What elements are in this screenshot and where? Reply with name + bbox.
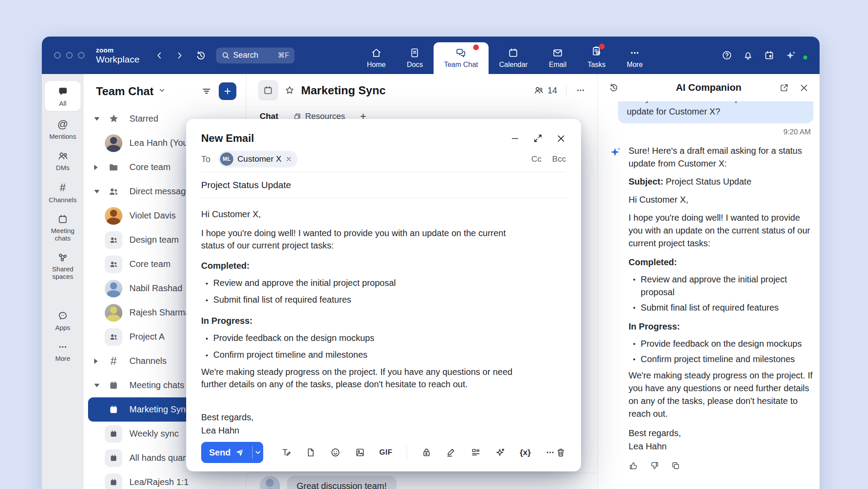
- more-tools-button[interactable]: [545, 447, 555, 458]
- signature-button[interactable]: [446, 447, 456, 458]
- ai-companion-button[interactable]: [785, 49, 797, 62]
- forward-button[interactable]: [175, 51, 184, 60]
- chevron-down-icon[interactable]: [158, 86, 166, 96]
- desktop: zoom Workplace Search ⌘F Home: [0, 0, 868, 489]
- minimize-icon: [510, 133, 520, 143]
- modal-title: New Email: [201, 132, 254, 144]
- member-count-button[interactable]: 14: [533, 85, 557, 96]
- nav-tasks[interactable]: Tasks: [577, 38, 616, 74]
- back-button[interactable]: [154, 51, 164, 60]
- caret-down-icon[interactable]: [94, 190, 99, 193]
- nav-email[interactable]: Email: [538, 40, 577, 74]
- nav-team-chat-label: Team Chat: [444, 61, 478, 69]
- star-filled-icon: [108, 113, 120, 125]
- rail-item-mentions[interactable]: @ Mentions: [45, 118, 81, 140]
- attach-file-button[interactable]: [305, 447, 316, 458]
- caret-down-icon[interactable]: [94, 384, 99, 387]
- ai-completed-heading: Completed:: [629, 256, 813, 269]
- divider: [566, 85, 566, 96]
- more-dots-icon: [545, 447, 555, 458]
- ai-popout-button[interactable]: [779, 83, 789, 93]
- rail-item-channels[interactable]: # Channels: [45, 182, 81, 204]
- insert-image-button[interactable]: [355, 447, 365, 458]
- list-item: Confirm project timeline and milestones: [633, 353, 813, 366]
- rail-item-dms[interactable]: DMs: [45, 150, 81, 171]
- list-item: Provide feedback on the design mockups: [206, 332, 518, 345]
- help-button[interactable]: [721, 50, 732, 61]
- expand-button[interactable]: [533, 133, 543, 143]
- bcc-button[interactable]: Bcc: [552, 154, 566, 164]
- send-options-button[interactable]: [252, 442, 263, 463]
- rail-more-label: More: [55, 355, 70, 362]
- meeting-calendar-icon: [109, 478, 118, 487]
- list-item: Confirm project timeline and milestones: [206, 349, 518, 362]
- ai-compose-button[interactable]: [495, 447, 506, 458]
- list-item: Review and approve the initial project p…: [633, 273, 813, 299]
- item-label: Project A: [129, 332, 165, 342]
- rail-item-apps[interactable]: Apps: [45, 311, 81, 331]
- schedule-button[interactable]: [764, 50, 775, 61]
- subject-input[interactable]: Project Status Update: [201, 180, 291, 190]
- thumbs-down-button[interactable]: [650, 461, 659, 470]
- rail-item-shared-spaces[interactable]: Shared spaces: [45, 252, 81, 280]
- apps-icon: [57, 311, 68, 322]
- caret-right-icon[interactable]: [94, 359, 98, 364]
- channel-more-button[interactable]: [575, 85, 586, 96]
- caret-down-icon[interactable]: [94, 117, 99, 121]
- gif-button[interactable]: GIF: [379, 448, 393, 457]
- avatar: [260, 476, 280, 489]
- rail-all-label: All: [59, 100, 66, 107]
- history-button[interactable]: [195, 50, 206, 61]
- emoji-button[interactable]: [330, 447, 341, 458]
- traffic-light-close[interactable]: [54, 52, 61, 59]
- rail-item-all[interactable]: All: [45, 81, 81, 111]
- search-input[interactable]: Search ⌘F: [216, 48, 294, 63]
- copy-button[interactable]: [671, 461, 680, 470]
- conversation-lea-rajesh[interactable]: Lea/Rajesh 1:1: [84, 470, 246, 489]
- nav-docs[interactable]: Docs: [396, 40, 433, 74]
- nav-more[interactable]: More: [616, 40, 653, 74]
- team-chat-title[interactable]: Team Chat: [96, 85, 154, 98]
- calendar-today-icon: [764, 50, 775, 61]
- send-button[interactable]: Send: [201, 442, 252, 463]
- traffic-light-zoom[interactable]: [78, 52, 85, 59]
- group-icon: [109, 332, 118, 342]
- email-body-editor[interactable]: Hi Customer X, I hope you're doing well!…: [201, 198, 566, 433]
- thumbs-up-button[interactable]: [629, 461, 638, 470]
- cc-button[interactable]: Cc: [531, 154, 541, 164]
- ai-signoff: Best regards,: [629, 426, 813, 440]
- traffic-light-minimize[interactable]: [66, 52, 73, 59]
- notifications-button[interactable]: [743, 50, 754, 61]
- member-count-value: 14: [548, 85, 557, 96]
- open-in-new-icon: [779, 83, 789, 93]
- variables-button[interactable]: {x}: [520, 448, 531, 457]
- star-channel-button[interactable]: [284, 85, 295, 96]
- template-button[interactable]: [471, 447, 481, 458]
- nav-team-chat[interactable]: Team Chat: [434, 42, 489, 74]
- caret-right-icon[interactable]: [94, 165, 98, 170]
- minimize-button[interactable]: [510, 133, 520, 143]
- ai-close-button[interactable]: [799, 83, 809, 93]
- meeting-calendar-icon: [108, 404, 119, 415]
- nav-calendar[interactable]: Calendar: [489, 40, 538, 74]
- close-button[interactable]: [556, 133, 566, 144]
- avatar: [105, 134, 122, 152]
- ai-subject-label: Subject:: [629, 177, 663, 186]
- format-button[interactable]: [281, 447, 291, 458]
- rail-item-more[interactable]: More: [45, 341, 81, 362]
- rail-item-meeting-chats[interactable]: Meeting chats: [45, 214, 81, 242]
- image-icon: [355, 447, 365, 458]
- recipient-chip[interactable]: ML Customer X: [218, 151, 298, 167]
- shared-spaces-icon: [57, 252, 68, 263]
- filter-button[interactable]: [201, 86, 212, 96]
- nav-home[interactable]: Home: [357, 40, 397, 74]
- email-signature: Lea Hahn: [201, 424, 518, 433]
- encrypt-button[interactable]: [421, 447, 432, 458]
- item-label: Starred: [129, 114, 158, 124]
- discard-draft-button[interactable]: [555, 447, 566, 458]
- new-chat-button[interactable]: [219, 82, 236, 100]
- remove-recipient-button[interactable]: [285, 156, 292, 163]
- chat-bubble-icon: [57, 86, 69, 97]
- chevron-right-icon: [175, 51, 184, 60]
- ai-history-button[interactable]: [608, 82, 619, 93]
